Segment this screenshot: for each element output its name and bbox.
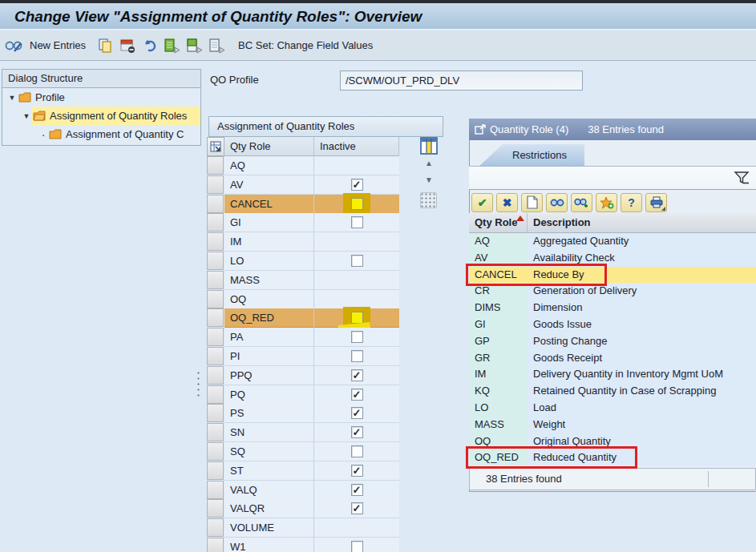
vh-column-header-description[interactable]: Description [528,213,756,233]
qo-profile-input[interactable]: /SCWM/OUT_PRD_DLV [340,71,583,91]
restrictions-filter-row[interactable] [469,167,756,190]
qty-role-cell[interactable]: AV [224,175,314,195]
tear-off-icon[interactable] [475,124,487,135]
inactive-checkbox[interactable] [351,407,363,419]
inactive-checkbox[interactable] [351,426,363,438]
row-selector[interactable] [207,461,224,480]
row-selector[interactable] [207,499,224,518]
row-selector[interactable] [207,328,224,346]
tree-item-profile[interactable]: ▼ Profile [2,88,200,107]
scrollbar-drag-handle[interactable] [420,192,437,208]
inactive-checkbox[interactable] [351,502,363,514]
qty-role-cell[interactable]: GI [224,213,314,232]
bc-set-button[interactable]: BC Set: Change Field Values [238,39,373,51]
table-row[interactable]: VALQR [207,499,399,518]
select-all-rows-button[interactable] [207,137,224,156]
value-help-row[interactable]: LOLoad [469,400,756,417]
filter-funnel-icon[interactable] [734,171,750,185]
value-help-row[interactable]: GIGoods Issue [469,316,756,333]
scroll-up-icon[interactable]: ▲ [422,159,435,170]
table-row[interactable]: VOLUME [207,518,399,538]
table-row[interactable]: GI [207,213,399,232]
table-row[interactable]: PPQ [207,366,399,385]
table-row[interactable]: PS [207,404,399,423]
insert-in-personal-list-icon[interactable] [596,193,617,212]
inactive-checkbox[interactable] [351,216,363,228]
qty-role-cell[interactable]: CANCEL [224,195,314,214]
column-header-qty-role[interactable]: Qty Role [224,137,314,156]
value-help-row[interactable]: GPPosting Change [469,333,756,350]
inactive-checkbox[interactable] [351,312,363,324]
display-change-toggle-icon[interactable] [4,37,23,54]
tree-item-assignment-roles[interactable]: ▼ Assignment of Quantity Roles [2,107,200,125]
value-help-row[interactable]: IMDelivery Quantity in Inventory Mgmt Uo… [469,366,756,383]
value-help-row[interactable]: AVAvailability Check [469,250,756,267]
expand-arrow-icon[interactable]: ▼ [7,94,17,102]
table-row[interactable]: AQ [207,156,399,175]
value-help-row[interactable]: OQ_REDReduced Quantity [469,449,756,466]
table-row[interactable]: SN [207,423,399,442]
table-row[interactable]: OQ_RED [207,308,399,328]
qty-role-cell[interactable]: IM [224,232,314,252]
qty-role-cell[interactable]: OQ_RED [224,308,314,328]
row-selector[interactable] [207,213,224,232]
table-row[interactable]: W1 [207,538,399,552]
qty-role-cell[interactable]: PS [224,404,314,423]
table-row[interactable]: PI [207,347,399,366]
deselect-all-icon[interactable] [208,37,227,54]
value-help-row[interactable]: AQAggregated Quantity [469,233,756,250]
create-new-entry-icon[interactable] [521,193,543,212]
inactive-checkbox[interactable] [351,465,363,477]
table-row[interactable]: PA [207,328,399,347]
table-settings-icon[interactable] [420,137,438,155]
table-row[interactable]: CANCEL [207,195,399,214]
row-selector[interactable] [207,442,224,461]
new-entries-button[interactable]: New Entries [30,39,86,51]
inactive-checkbox[interactable] [351,445,363,457]
qty-role-cell[interactable]: SN [224,423,314,442]
qty-role-cell[interactable]: PPQ [224,366,314,385]
row-selector[interactable] [207,252,224,270]
qty-role-cell[interactable]: OQ [224,290,314,309]
table-row[interactable]: LO [207,252,399,271]
value-help-row[interactable]: OQOriginal Quantity [469,433,756,450]
qty-role-cell[interactable]: PQ [224,385,314,405]
row-selector[interactable] [207,366,224,385]
qty-role-cell[interactable]: ST [224,461,314,481]
qty-role-cell[interactable]: PA [224,328,314,347]
row-selector[interactable] [207,385,224,404]
select-block-icon[interactable] [185,37,204,54]
table-row[interactable]: ST [207,461,399,481]
inactive-checkbox[interactable] [351,389,363,401]
find-next-icon[interactable] [571,193,592,212]
find-icon[interactable] [546,193,568,212]
select-all-icon[interactable] [163,37,182,54]
panel-splitter-handle[interactable] [196,370,200,397]
inactive-checkbox[interactable] [351,541,363,552]
table-row[interactable]: OQ [207,290,399,309]
help-icon[interactable]: ? [621,193,642,212]
value-help-titlebar[interactable]: Quantity Role (4) 38 Entries found [469,119,756,140]
row-selector[interactable] [207,175,224,194]
accept-icon[interactable]: ✔ [471,193,493,212]
inactive-checkbox[interactable] [351,369,363,381]
column-header-inactive[interactable]: Inactive [314,137,399,156]
table-row[interactable]: IM [207,232,399,252]
inactive-checkbox[interactable] [351,198,363,210]
copy-entries-icon[interactable] [95,37,115,54]
value-help-row[interactable]: GRGoods Receipt [469,350,756,367]
expand-arrow-icon[interactable]: ▼ [22,112,31,120]
inactive-checkbox[interactable] [351,484,363,496]
value-help-row[interactable]: KQRetained Quantity in Case of Scrapping [469,383,756,400]
inactive-checkbox[interactable] [351,179,363,191]
scroll-down-icon[interactable]: ▼ [422,175,435,187]
qty-role-cell[interactable]: AQ [224,156,314,175]
undo-icon[interactable] [140,37,160,54]
inactive-checkbox[interactable] [351,255,363,267]
row-selector[interactable] [207,347,224,365]
table-row[interactable]: AV [207,175,399,195]
table-row[interactable]: MASS [207,271,399,290]
qty-role-cell[interactable]: W1 [224,538,314,552]
value-help-row[interactable]: CANCELReduce By [469,267,756,284]
row-selector[interactable] [207,271,224,289]
